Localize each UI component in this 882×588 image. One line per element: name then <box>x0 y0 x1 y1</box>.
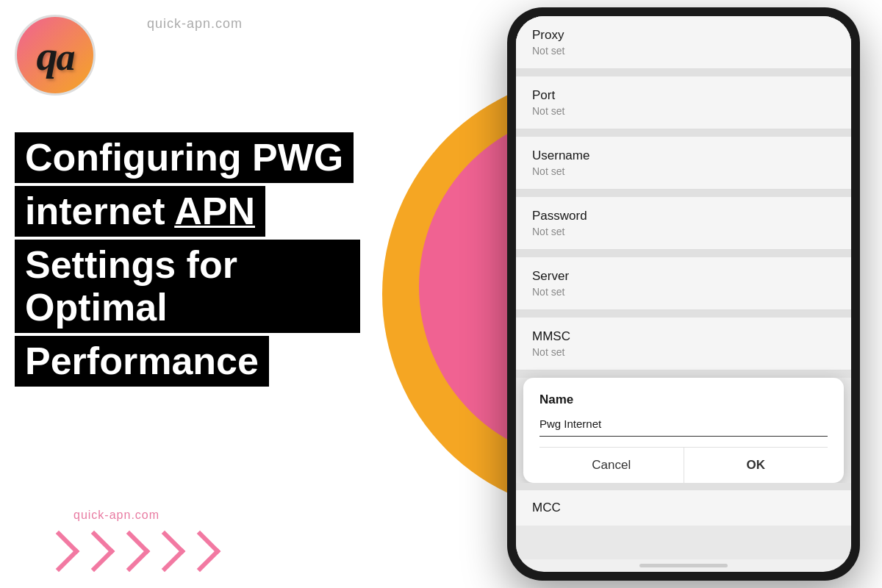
phone-home-indicator <box>639 564 728 567</box>
separator-7 <box>516 483 851 490</box>
title-line-1: Configuring PWG <box>15 132 354 183</box>
apn-field-port: Port Not set <box>516 76 851 129</box>
apn-value-port: Not set <box>532 105 835 117</box>
main-title: Configuring PWG internet APN Settings fo… <box>15 132 360 390</box>
separator-2 <box>516 129 851 137</box>
site-url-top: quick-apn.com <box>147 16 243 32</box>
apn-field-server: Server Not set <box>516 257 851 310</box>
apn-value-server: Not set <box>532 286 835 298</box>
apn-field-username: Username Not set <box>516 137 851 190</box>
arrows-container <box>44 537 215 566</box>
apn-label-port: Port <box>532 88 835 103</box>
logo-area: qa <box>15 15 96 96</box>
apn-label-password: Password <box>532 209 835 223</box>
dialog-ok-button[interactable]: OK <box>684 448 828 483</box>
separator-1 <box>516 69 851 76</box>
site-url-bottom: quick-apn.com <box>74 509 159 522</box>
apn-field-mcc: MCC <box>516 490 851 526</box>
arrow-5 <box>179 531 221 573</box>
phone-screen: Proxy Not set Port Not set Username Not … <box>516 16 851 572</box>
apn-field-proxy: Proxy Not set <box>516 16 851 69</box>
apn-value-password: Not set <box>532 226 835 237</box>
separator-5 <box>516 310 851 318</box>
phone-mockup: Proxy Not set Port Not set Username Not … <box>507 7 860 581</box>
apn-field-mmsc: MMSC Not set <box>516 318 851 370</box>
title-line-3: Settings for Optimal <box>15 240 360 332</box>
apn-value-proxy: Not set <box>532 45 835 57</box>
dialog-input[interactable] <box>539 415 828 437</box>
apn-label-username: Username <box>532 148 835 163</box>
apn-value-username: Not set <box>532 165 835 177</box>
separator-6 <box>516 370 851 378</box>
dialog-cancel-button[interactable]: Cancel <box>539 448 684 483</box>
title-line-2: internet APN <box>15 186 265 237</box>
apn-label-proxy: Proxy <box>532 28 835 43</box>
apn-label-server: Server <box>532 269 835 284</box>
apn-label-mmsc: MMSC <box>532 329 835 344</box>
apn-field-password: Password Not set <box>516 197 851 250</box>
separator-4 <box>516 250 851 257</box>
apn-value-mmsc: Not set <box>532 346 835 358</box>
apn-list: Proxy Not set Port Not set Username Not … <box>516 16 851 559</box>
apn-label-mcc: MCC <box>532 501 835 515</box>
title-line-4: Performance <box>15 336 269 387</box>
title-line-2-text: internet APN <box>25 190 255 232</box>
dialog-title: Name <box>539 392 828 407</box>
dialog-buttons: Cancel OK <box>539 447 828 483</box>
logo-text: qa <box>37 31 74 80</box>
dialog-box: Name Cancel OK <box>523 378 844 483</box>
logo-circle: qa <box>15 15 96 96</box>
separator-3 <box>516 190 851 197</box>
